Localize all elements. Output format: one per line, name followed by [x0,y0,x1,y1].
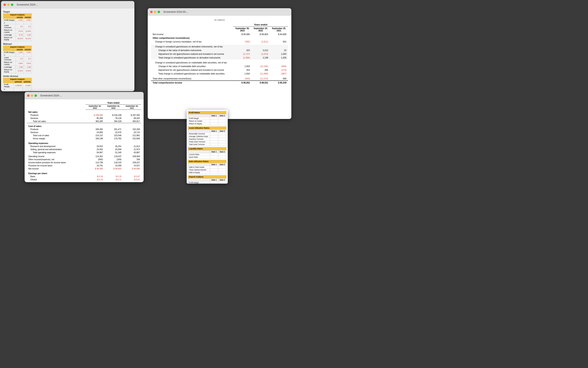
profit-ratios-section: Profit Ratios Date 1 Date 2 Profit Margi… [188,111,227,125]
window-controls [3,3,13,6]
minimize-button[interactable] [7,3,10,6]
minimize-button-mid[interactable] [154,11,156,13]
liquidity-table: Date 1 Date 2 Current Ratio Quick Ratio [188,150,227,158]
debt-utilization-table: Date 1 Date 2 Debt to Total Assets Times… [188,163,227,174]
window-ratios-panel[interactable]: Profit Ratios Date 1 Date 2 Profit Margi… [187,110,228,184]
window-controls-bl [27,94,37,97]
dupont-section: Dupont Analysis Date 1 Date 2 Profit Mar… [188,175,227,184]
titlebar-bottom-left: Screenshot 2024-... [25,92,144,99]
fin-table-wrapper: Years ended September 30,2023 September … [25,99,144,182]
under-armour-table: Dupont Analysis 12/31/2212/31/21 Profit … [3,78,32,91]
under-armour-section: Under Armour Dupont Analysis 12/31/2212/… [3,75,132,91]
close-button[interactable] [3,3,6,6]
window-apple-comprehensive[interactable]: Screenshot 2024-03-... (In millions) Yea… [148,8,291,119]
close-button-mid[interactable] [150,11,153,13]
minimize-button-bl[interactable] [31,94,33,97]
dupont-header: Dupont Analysis [188,175,227,178]
maximize-button-bl[interactable] [35,94,37,97]
debt-utilization-header: Debt Utilization Ratios [188,160,227,163]
walmart-section: Walmart Dupont Analysis 1/31/231/31/22 P… [3,43,132,73]
left-content: Target Dupont Analysis 1/31/23 1/31/22 P… [1,9,134,91]
under-armour-name: Under Armour [3,75,132,77]
close-button-bl[interactable] [27,94,29,97]
asset-utilization-table: Date 1 Date 2 Receivable Turnover Averag… [188,130,227,146]
debt-utilization-section: Debt Utilization Ratios Date 1 Date 2 De… [188,160,227,174]
asset-utilization-section: Asset Utilization Ratios Date 1 Date 2 R… [188,126,227,146]
titlebar-left: Screenshot 2024-... [1,1,134,9]
liquidity-header: Liquidity Ratios [188,147,227,150]
window-controls-mid [150,11,160,13]
window-title-bl: Screenshot 2024-... [40,94,62,97]
profit-ratios-table: Date 1 Date 2 Profit Margin Return on As… [188,114,227,125]
apple-comprehensive-content: (In millions) Years ended September 30,2… [148,16,291,119]
window-left-top[interactable]: Screenshot 2024-... Target Dupont Analys… [1,1,134,91]
income-statement-table: Years ended September 30,2023 September … [27,101,141,182]
walmart-table: Dupont Analysis 1/31/231/31/22 Profit Ma… [3,46,32,73]
dupont-table: Date 1 Date 2 Profit Margin x Asset Turn… [188,178,227,184]
liquidity-section: Liquidity Ratios Date 1 Date 2 Current R… [188,147,227,158]
window-title-mid: Screenshot 2024-03-... [163,10,188,13]
comprehensive-income-table: Years ended September 30,2023 September … [151,23,288,84]
maximize-button-mid[interactable] [157,11,160,13]
titlebar-middle: Screenshot 2024-03-... [148,8,291,16]
target-table: Dupont Analysis 1/31/23 1/31/22 Profit M… [3,13,32,41]
target-name: Target [3,10,132,13]
window-bottom-left[interactable]: Screenshot 2024-... Years ended Septembe… [25,92,144,182]
walmart-name: Walmart [3,43,132,45]
maximize-button[interactable] [11,3,13,6]
window-title-left: Screenshot 2024-... [17,3,38,6]
target-dupont-header: Dupont Analysis [3,14,32,16]
in-millions-label: (In millions) [151,19,288,21]
target-section: Target Dupont Analysis 1/31/23 1/31/22 P… [3,10,132,41]
asset-utilization-header: Asset Utilization Ratios [188,126,227,130]
profit-ratios-header: Profit Ratios [188,111,227,114]
